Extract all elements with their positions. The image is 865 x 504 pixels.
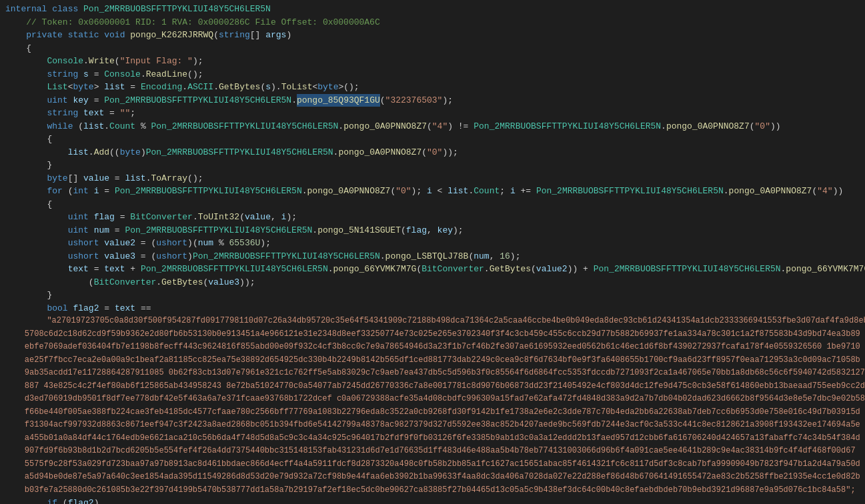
line-uint-flag: uint flag = BitConverter . ToUInt32 ( va… bbox=[0, 211, 865, 224]
line-long-string-1: "a27019723705c0a8d30f500f954287fd0917798… bbox=[0, 315, 865, 328]
line-long-string-13: a5d94be0de87e5a97a640c3ee1854ada395d1154… bbox=[0, 471, 865, 484]
line-method-sig: private static void pongo_K262RJRRWQ ( s… bbox=[0, 29, 865, 42]
line-list: List < byte > list = Encoding . ASCII . … bbox=[0, 81, 865, 94]
line-long-string-9: f31304acf997932d8863c8671eef947c3f2423a8… bbox=[0, 419, 865, 432]
line-long-string-4: ae25f7fbcc7eca2e0a00a9c1beaf2a81185cc825… bbox=[0, 354, 865, 367]
code-editor: internal class Pon_2MRRBUOBSFFTTPYKLIUI4… bbox=[0, 0, 865, 504]
line-if-flag2: if ( flag2 ) bbox=[0, 497, 865, 504]
line-long-string-6: 887 43e825c4c2f4ef80ab6f125865ab43495824… bbox=[0, 380, 865, 393]
line-while-close: } bbox=[0, 159, 865, 172]
line-string-text: string text = "" ; bbox=[0, 107, 865, 120]
line-long-string-3: ebfe7069adef036404fb7e1198b8fecff443c962… bbox=[0, 341, 865, 354]
keyword-class: class bbox=[52, 3, 78, 16]
line-1: internal class Pon_2MRRBUOBSFFTTPYKLIUI4… bbox=[0, 3, 865, 16]
line-long-string-10: a455b01a0a84df44c1764edb9e6621aca210c56b… bbox=[0, 432, 865, 445]
line-string-s: string s = Console . ReadLine (); bbox=[0, 68, 865, 81]
line-long-string-2: 5708c6d2c18d62cd9f59b9362e2d80fb6b53130b… bbox=[0, 328, 865, 341]
class-name: Pon_2MRRBUOBSFFTTPYKLIUI48Y5CH6LER5N bbox=[83, 3, 271, 16]
line-uint-key: uint key = Pon_2MRRBUOBSFFTTPYKLIUI48Y5C… bbox=[0, 94, 865, 107]
line-uint-num: uint num = Pon_2MRRBUOBSFFTTPYKLIUI48Y5C… bbox=[0, 224, 865, 237]
line-long-string-7: d3ed706919db9501f8df7ee778dbf42e5f463a6a… bbox=[0, 393, 865, 406]
line-while: while ( list . Count % Pon_2MRRBUOBSFFTT… bbox=[0, 120, 865, 133]
line-bool-flag2: bool flag2 = text == bbox=[0, 302, 865, 315]
line-for-brace: { bbox=[0, 198, 865, 211]
line-text-assign: text = text + Pon_2MRRBUOBSFFTTPYKLIUI48… bbox=[0, 263, 865, 276]
line-long-string-12: 5575f9c28f53a029fd723baa97a97b8913ac8d46… bbox=[0, 458, 865, 471]
line-list-add: list . Add (( byte ) Pon_2MRRBUOBSFFTTPY… bbox=[0, 146, 865, 159]
line-long-string-11: 907fd9f6b93b8d1b2d7bcd6205b5e554fef4f26a… bbox=[0, 445, 865, 458]
line-long-string-8: f66be440f005ae388fb224cae3feb4185dc4577c… bbox=[0, 406, 865, 419]
line-brace-open: { bbox=[0, 42, 865, 55]
line-long-string-14: b03fe7a25880d0c261085b3e22f397d4199b5470… bbox=[0, 484, 865, 497]
line-text-assign2: ( BitConverter . GetBytes ( value3 )); bbox=[0, 276, 865, 289]
comment: // Token: 0x06000001 RID: 1 RVA: 0x00002… bbox=[26, 16, 380, 29]
line-ushort-value3: ushort value3 = ( ushort ) Pon_2MRRBUOBS… bbox=[0, 250, 865, 263]
line-for: for ( int i = Pon_2MRRBUOBSFFTTPYKLIUI48… bbox=[0, 185, 865, 198]
keyword-internal: internal bbox=[5, 3, 47, 16]
line-console-write: Console . Write ( "Input Flag: " ); bbox=[0, 55, 865, 68]
line-while-brace: { bbox=[0, 133, 865, 146]
line-comment: // Token: 0x06000001 RID: 1 RVA: 0x00002… bbox=[0, 16, 865, 29]
line-long-string-5: 9ab35acdd17e11728864287911085 0b62f83cb1… bbox=[0, 367, 865, 380]
line-ushort-value2: ushort value2 = ( ushort )( num % 65536U… bbox=[0, 237, 865, 250]
line-for-close: } bbox=[0, 289, 865, 302]
line-byte-arr: byte [] value = list . ToArray (); bbox=[0, 172, 865, 185]
